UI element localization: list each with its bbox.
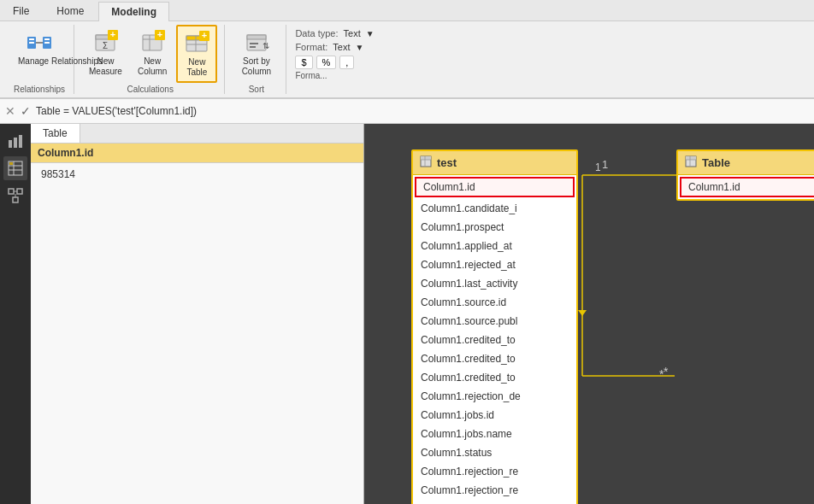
test-col-5: Column1.last_activity (413, 274, 576, 293)
manage-relationships-button[interactable]: Manage Relationships (12, 25, 67, 71)
test-col-11: Column1.rejection_de (413, 387, 576, 406)
svg-rect-48 (421, 156, 431, 160)
rel-label-1: 1 (602, 158, 608, 171)
group-label-relationships: Relationships (14, 85, 65, 94)
column-header: Column1.id (31, 144, 363, 163)
formula-cancel-icon[interactable]: ✕ (5, 104, 15, 118)
test-table-card: test Column1.id Column1.candidate_i Colu… (411, 149, 578, 504)
data-cell-value: 985314 (38, 167, 357, 182)
sort-by-column-label: Sort byColumn (242, 56, 271, 77)
tab-file[interactable]: File (0, 1, 42, 21)
svg-rect-3 (29, 38, 34, 40)
test-col-14: Column1.status (413, 443, 576, 462)
test-col-10: Column1.credited_to (413, 368, 576, 387)
svg-rect-37 (17, 189, 22, 194)
new-column-icon: + (139, 29, 166, 56)
ribbon-tabs: File Home Modeling (0, 0, 814, 21)
column-header-name: Column1.id (38, 147, 93, 159)
formula-input[interactable] (36, 105, 809, 117)
currency-button[interactable]: $ (295, 56, 312, 69)
test-col-4: Column1.rejected_at (413, 255, 576, 274)
test-col-17: Column1.rejection_re (413, 500, 576, 504)
test-col-2: Column1.prospect (413, 218, 576, 237)
data-type-value: Text (344, 28, 361, 38)
new-table-icon: + (183, 30, 210, 57)
svg-rect-29 (14, 138, 17, 148)
svg-rect-6 (44, 42, 50, 44)
format-value: Text (333, 42, 350, 52)
sort-by-column-button[interactable]: ⇅ Sort byColumn (236, 25, 277, 81)
table-table-name: Table (702, 156, 730, 169)
new-measure-button[interactable]: ∑ + NewMeasure (83, 25, 128, 81)
svg-text:∑: ∑ (103, 40, 108, 49)
table-table-header: Table (678, 151, 814, 175)
table-table-columns: Column1.id (678, 175, 814, 199)
report-view-icon[interactable] (3, 129, 27, 153)
new-measure-label: NewMeasure (89, 56, 122, 77)
svg-marker-45 (578, 310, 587, 316)
svg-rect-28 (9, 140, 12, 148)
test-table-columns: Column1.id Column1.candidate_i Column1.p… (413, 175, 576, 504)
svg-rect-5 (44, 38, 50, 40)
new-table-button[interactable]: + NewTable (176, 25, 217, 83)
svg-rect-52 (686, 156, 696, 160)
percent-button[interactable]: % (316, 56, 337, 69)
test-col-0: Column1.id (415, 177, 575, 197)
test-col-16: Column1.rejection_re (413, 481, 576, 500)
main-content: Table Column1.id 985314 1 * (0, 124, 814, 504)
table-header-icon (420, 155, 432, 170)
svg-text:+: + (202, 31, 207, 40)
tab-home[interactable]: Home (44, 1, 97, 21)
test-table-header: test (413, 151, 576, 175)
group-label-sort: Sort (249, 85, 264, 94)
svg-rect-24 (247, 35, 266, 39)
test-col-9: Column1.credited_to (413, 349, 576, 368)
svg-rect-30 (19, 135, 22, 148)
test-col-12: Column1.jobs.id (413, 406, 576, 425)
model-view-icon[interactable] (3, 184, 27, 208)
test-table-name: test (437, 156, 457, 169)
svg-text:*: * (664, 365, 669, 378)
ribbon-group-sort: ⇅ Sort byColumn Sort (227, 25, 286, 94)
test-col-15: Column1.rejection_re (413, 462, 576, 481)
table-col-0: Column1.id (680, 177, 814, 197)
format-label: Format: (295, 42, 327, 52)
data-type-label: Data type: (295, 28, 338, 38)
tab-modeling[interactable]: Modeling (98, 2, 169, 21)
test-col-1: Column1.candidate_i (413, 199, 576, 218)
manage-relationships-label: Manage Relationships (18, 56, 61, 67)
data-view-icon[interactable] (3, 156, 27, 180)
new-table-label: NewTable (186, 57, 207, 78)
new-column-button[interactable]: + NewColumn (132, 25, 173, 81)
rel-label-asterisk: * (659, 367, 664, 381)
svg-rect-4 (29, 42, 34, 44)
svg-text:+: + (157, 30, 162, 39)
table-tab[interactable]: Table (31, 124, 80, 143)
ribbon-group-calculations: ∑ + NewMeasure (76, 25, 225, 94)
data-cells: 985314 (31, 163, 363, 185)
svg-text:+: + (110, 30, 115, 39)
sort-icon: ⇅ (243, 29, 270, 56)
new-column-label: NewColumn (138, 56, 167, 77)
formula-confirm-icon[interactable]: ✓ (21, 104, 31, 118)
svg-rect-36 (9, 189, 14, 194)
ribbon-group-relationships: Manage Relationships Relationships (5, 25, 74, 94)
svg-text:⇅: ⇅ (262, 41, 269, 50)
data-table-header: Table (31, 124, 363, 144)
table-icon (685, 155, 697, 170)
data-panel: Table Column1.id 985314 (31, 124, 364, 504)
formula-bar: ✕ ✓ (0, 98, 814, 124)
svg-text:1: 1 (595, 161, 601, 173)
diagram-area[interactable]: 1 * test (364, 124, 814, 504)
comma-button[interactable]: , (339, 56, 354, 69)
data-type-dropdown-icon[interactable]: ▼ (366, 29, 375, 38)
ribbon: File Home Modeling (0, 0, 814, 98)
test-col-8: Column1.credited_to (413, 331, 576, 349)
format-dropdown-icon[interactable]: ▼ (355, 43, 363, 52)
relationships-icon (26, 29, 53, 56)
ribbon-content: Manage Relationships Relationships ∑ + (0, 21, 814, 97)
svg-rect-35 (9, 162, 13, 165)
test-col-13: Column1.jobs.name (413, 425, 576, 443)
group-label-format: Forma... (295, 71, 327, 80)
sidebar (0, 124, 31, 504)
